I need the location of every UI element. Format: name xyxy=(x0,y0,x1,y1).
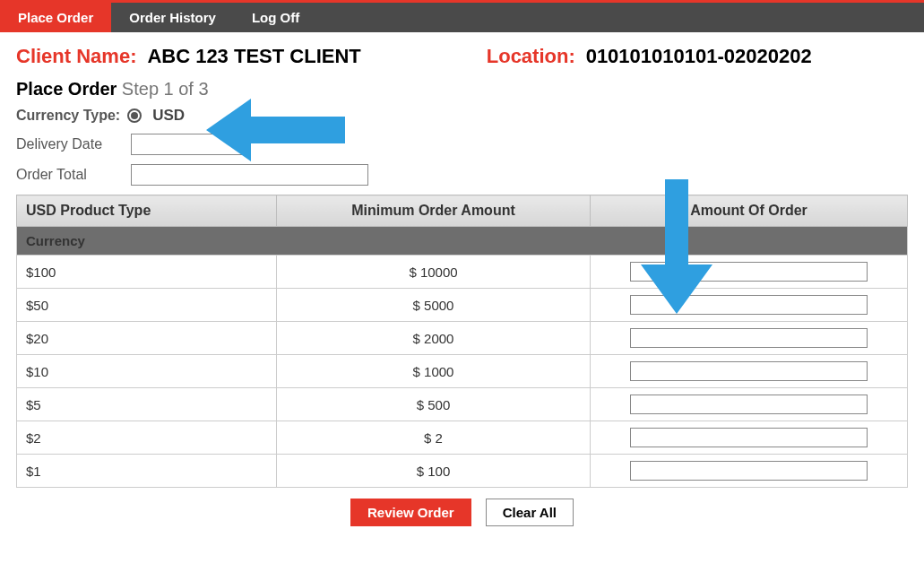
amount-input[interactable] xyxy=(630,295,868,315)
table-row: $20$ 2000 xyxy=(17,322,908,355)
amount-input[interactable] xyxy=(630,428,868,447)
col-amount: Amount Of Order xyxy=(591,195,908,227)
page-title-step: Step 1 of 3 xyxy=(122,79,209,99)
currency-type-row: Currency Type: USD xyxy=(16,107,908,125)
amount-input[interactable] xyxy=(630,328,868,348)
min-amount-cell: $ 2000 xyxy=(277,322,591,355)
product-type-cell: $10 xyxy=(17,355,277,388)
min-amount-cell: $ 500 xyxy=(277,388,591,421)
amount-input[interactable] xyxy=(630,461,868,481)
amount-cell xyxy=(591,289,908,322)
location-value: 010101010101-02020202 xyxy=(586,45,812,67)
col-product-type: USD Product Type xyxy=(17,195,277,227)
amount-cell xyxy=(591,256,908,289)
location-label: Location: xyxy=(487,45,575,67)
order-total-row: Order Total xyxy=(16,164,908,186)
currency-type-radio[interactable] xyxy=(127,108,142,123)
amount-cell xyxy=(591,388,908,421)
amount-cell xyxy=(591,455,908,488)
product-type-cell: $50 xyxy=(17,289,277,322)
min-amount-cell: $ 10000 xyxy=(277,256,591,289)
amount-cell xyxy=(591,421,908,455)
currency-type-value: USD xyxy=(152,107,185,125)
product-table: USD Product Type Minimum Order Amount Am… xyxy=(16,195,908,488)
min-amount-cell: $ 1000 xyxy=(277,355,591,388)
amount-cell xyxy=(591,355,908,388)
tab-log-off[interactable]: Log Off xyxy=(234,3,317,32)
table-row: $2$ 2 xyxy=(17,421,908,455)
table-row: $100$ 10000 xyxy=(17,256,908,289)
min-amount-cell: $ 2 xyxy=(277,421,591,455)
amount-input[interactable] xyxy=(630,262,868,282)
product-type-cell: $1 xyxy=(17,455,277,488)
table-row: $50$ 5000 xyxy=(17,289,908,322)
client-name-value: ABC 123 TEST CLIENT xyxy=(147,45,360,67)
product-type-cell: $20 xyxy=(17,322,277,355)
product-type-cell: $100 xyxy=(17,256,277,289)
tab-order-history[interactable]: Order History xyxy=(111,3,234,32)
page-title: Place Order Step 1 of 3 xyxy=(16,79,908,100)
product-type-cell: $2 xyxy=(17,421,277,455)
delivery-date-input[interactable] xyxy=(131,134,247,155)
delivery-date-row: Delivery Date xyxy=(16,134,908,155)
client-info-row: Client Name: ABC 123 TEST CLIENT Locatio… xyxy=(16,45,908,68)
amount-input[interactable] xyxy=(630,395,868,414)
order-total-input[interactable] xyxy=(131,164,368,186)
section-currency: Currency xyxy=(17,227,908,256)
table-row: $10$ 1000 xyxy=(17,355,908,388)
top-nav: Place Order Order History Log Off xyxy=(0,0,924,32)
review-order-button[interactable]: Review Order xyxy=(350,499,471,526)
currency-type-label: Currency Type: xyxy=(16,108,120,124)
client-name-label: Client Name: xyxy=(16,45,136,67)
action-row: Review Order Clear All xyxy=(16,488,908,537)
product-type-cell: $5 xyxy=(17,388,277,421)
table-row: $1$ 100 xyxy=(17,455,908,488)
clear-all-button[interactable]: Clear All xyxy=(486,499,574,526)
page-title-bold: Place Order xyxy=(16,79,117,99)
amount-input[interactable] xyxy=(630,361,868,381)
col-min-amount: Minimum Order Amount xyxy=(277,195,591,227)
order-total-label: Order Total xyxy=(16,167,124,183)
tab-place-order[interactable]: Place Order xyxy=(0,3,111,32)
delivery-date-label: Delivery Date xyxy=(16,136,124,152)
min-amount-cell: $ 5000 xyxy=(277,289,591,322)
min-amount-cell: $ 100 xyxy=(277,455,591,488)
table-row: $5$ 500 xyxy=(17,388,908,421)
amount-cell xyxy=(591,322,908,355)
